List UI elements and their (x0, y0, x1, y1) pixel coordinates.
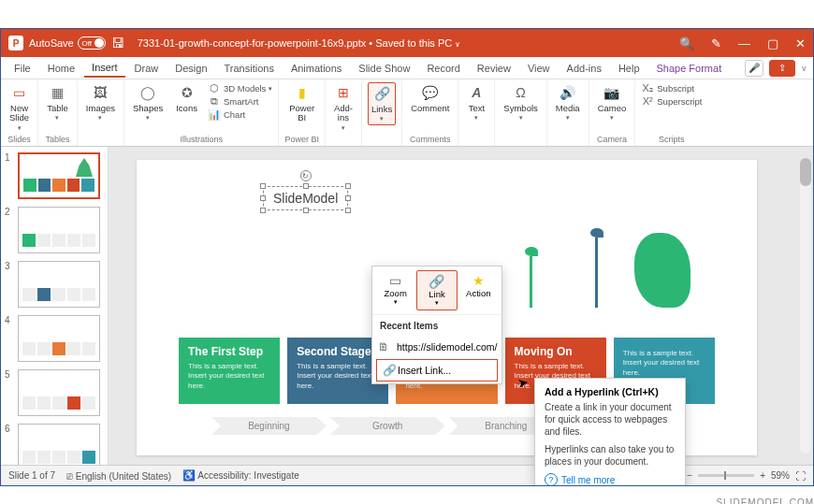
textbox-text[interactable]: SlideModel (273, 191, 338, 206)
icons-button[interactable]: ✪Icons (173, 82, 200, 115)
group-camera: 📷Cameo▾ Camera (589, 79, 636, 146)
document-title: 7331-01-growth-concept-for-powerpoint-16… (138, 37, 461, 49)
recent-items-header: Recent Items (372, 315, 501, 337)
insert-link-item[interactable]: 🔗Insert Link... (376, 359, 498, 382)
tab-addins[interactable]: Add-ins (560, 60, 609, 77)
superscript-button[interactable]: X²Superscript (641, 95, 702, 107)
new-slide-button[interactable]: ▭New Slide▾ (7, 82, 32, 134)
tab-transitions[interactable]: Transitions (217, 60, 282, 77)
autosave-toggle[interactable]: AutoSave Off (29, 36, 106, 50)
group-powerbi: ▮Power BI Power BI (279, 79, 326, 146)
tab-help[interactable]: Help (611, 60, 647, 77)
zoom-control[interactable]: −+ 59% ⛶ (687, 470, 806, 482)
watermark: SLIDEMODEL.COM (0, 497, 814, 504)
tab-view[interactable]: View (520, 60, 558, 77)
action-button[interactable]: ★Action (459, 270, 498, 310)
share-button[interactable]: ⇪ (769, 60, 795, 77)
tab-file[interactable]: File (7, 60, 38, 77)
zoom-slider[interactable] (698, 474, 754, 477)
tell-me-more-link[interactable]: Tell me more (545, 473, 676, 486)
save-icon[interactable]: 🖫 (111, 36, 124, 50)
links-button[interactable]: 🔗Links▾ (368, 82, 396, 125)
media-button[interactable]: 🔊Media▾ (553, 82, 583, 123)
powerpoint-icon: P (8, 36, 23, 50)
slide-thumbnails[interactable]: 1 2 3 4 5 6 (1, 147, 109, 465)
link-button[interactable]: 🔗Link▾ (416, 270, 457, 310)
language-status[interactable]: ⎚ English (United States) (66, 470, 171, 482)
tab-draw[interactable]: Draw (127, 60, 167, 77)
page-icon: 🗎 (378, 340, 389, 353)
arrow-1: Beginning (211, 417, 327, 435)
tooltip-body-2: Hyperlinks can also take you to places i… (545, 443, 676, 468)
tab-insert[interactable]: Insert (84, 59, 125, 78)
minimize-button[interactable]: — (738, 36, 750, 50)
accessibility-status[interactable]: ♿ Accessibility: Investigate (182, 469, 299, 482)
group-comments: 💬Comment Comments (402, 79, 458, 146)
maximize-button[interactable]: ▢ (767, 36, 778, 50)
tab-design[interactable]: Design (167, 60, 214, 77)
thumbnail-1[interactable]: 1 (5, 152, 104, 199)
group-text: AText▾ (458, 79, 495, 146)
link-icon: 🔗 (383, 364, 397, 377)
tab-review[interactable]: Review (470, 60, 518, 77)
tab-record[interactable]: Record (419, 60, 467, 77)
card-1: The First StepThis is a sample text. Ins… (179, 338, 280, 404)
hyperlink-tooltip: Add a Hyperlink (Ctrl+K) Create a link i… (534, 378, 686, 486)
ribbon: ▭New Slide▾ Slides ▦Table▾ Tables 🖼Image… (1, 79, 813, 147)
vertical-scrollbar[interactable] (800, 158, 811, 454)
powerpoint-window: P AutoSave Off 🖫 7331-01-growth-concept-… (0, 28, 814, 486)
group-media: 🔊Media▾ (547, 79, 589, 146)
rotate-handle-icon[interactable]: ↻ (300, 170, 312, 181)
thumbnail-2[interactable]: 2 (5, 207, 104, 253)
arrow-2: Growth (330, 417, 445, 435)
ribbon-chevron-icon[interactable]: ∨ (801, 64, 807, 73)
powerbi-button[interactable]: ▮Power BI (286, 82, 317, 125)
close-button[interactable]: ✕ (795, 36, 806, 50)
shapes-button[interactable]: ◯Shapes▾ (130, 82, 166, 123)
thumbnail-5[interactable]: 5 (5, 369, 104, 416)
smartart-button[interactable]: ⧉SmartArt (208, 95, 258, 108)
group-scripts: X₂Subscript X²Superscript Scripts (635, 79, 707, 146)
recent-item-1[interactable]: 🗎https://slidemodel.com/ (372, 337, 501, 357)
subscript-button[interactable]: X₂Subscript (641, 82, 694, 94)
group-images: 🖼Images▾ (78, 79, 124, 146)
dictate-icon[interactable]: 🎤 (745, 60, 763, 77)
search-icon[interactable]: 🔍 (679, 36, 694, 50)
comment-button[interactable]: 💬Comment (408, 82, 452, 115)
titlebar: P AutoSave Off 🖫 7331-01-growth-concept-… (1, 29, 813, 57)
group-slides: ▭New Slide▾ Slides (1, 79, 38, 146)
symbols-button[interactable]: ΩSymbols▾ (501, 82, 540, 123)
images-button[interactable]: 🖼Images▾ (83, 82, 118, 123)
tab-home[interactable]: Home (40, 60, 82, 77)
cameo-button[interactable]: 📷Cameo▾ (595, 82, 630, 123)
chart-button[interactable]: 📊Chart (208, 108, 245, 121)
addins-button[interactable]: ⊞Add- ins▾ (331, 82, 356, 134)
tab-shape-format[interactable]: Shape Format (649, 60, 730, 77)
links-dropdown: ▭Zoom▾ 🔗Link▾ ★Action Recent Items 🗎http… (371, 266, 502, 384)
tab-slideshow[interactable]: Slide Show (351, 60, 417, 77)
thumbnail-6[interactable]: 6 (5, 424, 104, 465)
3d-models-button[interactable]: ⬡3D Models ▾ (208, 82, 272, 94)
menu-tabs: File Home Insert Draw Design Transitions… (1, 57, 813, 79)
zoom-button[interactable]: ▭Zoom▾ (376, 270, 414, 310)
thumbnail-4[interactable]: 4 (5, 315, 104, 362)
tooltip-body-1: Create a link in your document for quick… (545, 401, 676, 438)
text-button[interactable]: AText▾ (464, 82, 488, 123)
table-button[interactable]: ▦Table▾ (44, 82, 71, 123)
workarea: 1 2 3 4 5 6 ↻ SlideModel (1, 147, 813, 465)
slide-counter[interactable]: Slide 1 of 7 (8, 470, 55, 481)
tooltip-title: Add a Hyperlink (Ctrl+K) (545, 386, 676, 397)
group-tables: ▦Table▾ Tables (38, 79, 78, 146)
group-symbols: ΩSymbols▾ (495, 79, 546, 146)
selected-textbox[interactable]: ↻ SlideModel (263, 186, 348, 210)
pen-icon[interactable]: ✎ (711, 36, 721, 50)
thumbnail-3[interactable]: 3 (5, 261, 104, 308)
mouse-cursor-icon: ➤ (516, 374, 531, 391)
tab-animations[interactable]: Animations (283, 60, 349, 77)
statusbar: Slide 1 of 7 ⎚ English (United States) ♿… (1, 465, 813, 485)
group-addins: ⊞Add- ins▾ (326, 79, 362, 146)
zoom-level[interactable]: 59% (771, 470, 790, 481)
group-illustrations: ◯Shapes▾ ✪Icons ⬡3D Models ▾ ⧉SmartArt 📊… (124, 79, 279, 146)
group-links: 🔗Links▾ (362, 79, 402, 146)
fit-to-window-icon[interactable]: ⛶ (795, 470, 806, 482)
